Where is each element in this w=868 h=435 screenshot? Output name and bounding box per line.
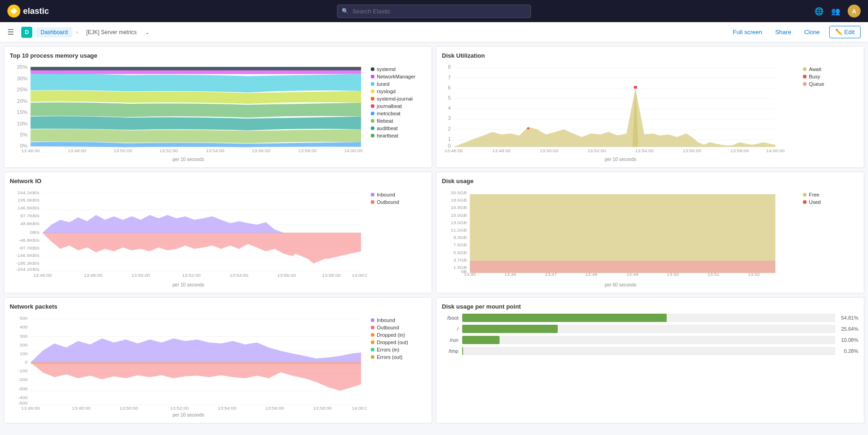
disk-utilization-title: Disk Utilization xyxy=(442,52,858,59)
svg-text:13:52:00: 13:52:00 xyxy=(159,149,178,153)
svg-text:13:58:00: 13:58:00 xyxy=(313,406,332,411)
svg-text:13:52:00: 13:52:00 xyxy=(182,273,200,278)
legend-dot-packets-inbound xyxy=(371,318,374,322)
disk-usage-panel: Disk usage 20.5GB 18.6GB 16.9GB 15.0GB 1… xyxy=(436,172,864,293)
legend-dot-metricbeat xyxy=(371,112,374,115)
svg-text:5.6GB: 5.6GB xyxy=(453,250,467,255)
legend-dot-busy xyxy=(803,75,807,78)
legend-queue: Queue xyxy=(803,81,858,87)
svg-text:25%: 25% xyxy=(17,87,28,92)
avatar[interactable]: A xyxy=(848,5,861,18)
dashboard-grid: Top 10 process memory usage 35% 30% 25% … xyxy=(0,42,868,427)
svg-text:100: 100 xyxy=(19,352,27,356)
svg-text:97.7KB/s: 97.7KB/s xyxy=(20,214,40,218)
mount-bar-run xyxy=(462,336,500,344)
svg-text:13:58:00: 13:58:00 xyxy=(322,273,341,278)
legend-errors-in: Errors (in) xyxy=(371,347,426,352)
users-icon[interactable]: 👥 xyxy=(831,7,840,16)
breadcrumb-dashboard[interactable]: Dashboard xyxy=(36,27,72,37)
svg-text:5: 5 xyxy=(448,95,451,101)
network-packets-legend: Inbound Outbound Dropped (in) Dropped (o… xyxy=(371,314,426,417)
legend-dot-outbound xyxy=(371,200,374,204)
svg-text:4: 4 xyxy=(448,106,451,111)
mount-pct-run: 10.08% xyxy=(839,337,858,343)
breadcrumb-server-metrics[interactable]: [EJK] Server metrics xyxy=(82,27,141,37)
svg-text:0%: 0% xyxy=(20,143,28,149)
svg-text:-400: -400 xyxy=(18,395,28,400)
process-memory-title: Top 10 process memory usage xyxy=(10,52,426,59)
svg-point-1 xyxy=(12,8,16,14)
network-io-title: Network IO xyxy=(10,178,426,185)
share-button[interactable]: Share xyxy=(772,27,795,37)
elastic-text: elastic xyxy=(23,6,49,16)
svg-text:30%: 30% xyxy=(17,76,28,81)
mount-bar-wrap-root xyxy=(462,325,835,333)
legend-dot-systemd-journal xyxy=(371,97,374,101)
svg-text:13:48:00: 13:48:00 xyxy=(84,273,102,278)
network-packets-title: Network packets xyxy=(10,303,426,310)
legend-dot-packets-outbound xyxy=(371,326,374,329)
svg-text:13:56:00: 13:56:00 xyxy=(277,273,296,278)
legend-packets-outbound: Outbound xyxy=(371,325,426,330)
svg-point-48 xyxy=(633,86,637,89)
svg-text:14:00:00: 14:00:00 xyxy=(352,273,367,278)
svg-text:13:45: 13:45 xyxy=(464,272,476,277)
disk-usage-legend: Free Used xyxy=(803,188,858,287)
svg-text:13:51: 13:51 xyxy=(707,272,719,277)
svg-text:-100: -100 xyxy=(18,369,28,373)
elastic-logo[interactable]: elastic xyxy=(7,5,49,18)
svg-text:9.3GB: 9.3GB xyxy=(453,235,467,240)
process-memory-legend: systemd NetworkManager tuned rsyslogd sy… xyxy=(371,63,426,162)
svg-point-47 xyxy=(527,127,529,129)
globe-icon[interactable]: 🌐 xyxy=(814,7,824,16)
mount-pct-root: 25.64% xyxy=(839,326,858,332)
svg-text:11.2GB: 11.2GB xyxy=(451,228,467,232)
svg-text:48.8KB/s: 48.8KB/s xyxy=(20,221,40,226)
legend-dot-rsyslogd xyxy=(371,89,374,93)
svg-text:13:50:00: 13:50:00 xyxy=(120,406,138,411)
search-bar-container: 🔍 xyxy=(337,5,531,18)
svg-text:500: 500 xyxy=(19,316,27,321)
svg-text:146.5KB/s: 146.5KB/s xyxy=(18,206,40,210)
legend-dot-used xyxy=(803,200,807,204)
search-input[interactable] xyxy=(337,5,531,18)
svg-text:13:56:00: 13:56:00 xyxy=(252,149,270,153)
legend-heartbeat: heartbeat xyxy=(371,133,426,138)
svg-rect-101 xyxy=(470,261,776,273)
svg-text:3: 3 xyxy=(448,116,451,121)
pencil-icon: ✏️ xyxy=(835,29,843,36)
svg-text:13:46: 13:46 xyxy=(504,272,516,277)
hamburger-menu[interactable]: ☰ xyxy=(7,28,14,36)
svg-text:13.0GB: 13.0GB xyxy=(451,220,467,225)
edit-button[interactable]: ✏️ Edit xyxy=(829,26,861,38)
process-memory-panel: Top 10 process memory usage 35% 30% 25% … xyxy=(4,46,432,168)
svg-text:13:54:00: 13:54:00 xyxy=(230,273,248,278)
clone-button[interactable]: Clone xyxy=(801,27,824,37)
svg-rect-102 xyxy=(470,194,776,261)
legend-dot-free xyxy=(803,193,807,197)
svg-text:-97.7KB/s: -97.7KB/s xyxy=(18,246,40,250)
svg-text:400: 400 xyxy=(19,325,27,329)
network-io-chart: 244.1KB/s 195.3KB/s 146.5KB/s 97.7KB/s 4… xyxy=(10,188,367,287)
svg-text:13:50:00: 13:50:00 xyxy=(540,149,558,153)
disk-utilization-chart: 8 7 6 5 4 3 2 1 0 xyxy=(442,63,799,162)
svg-text:-300: -300 xyxy=(18,387,28,391)
legend-dot-queue xyxy=(803,82,807,86)
full-screen-button[interactable]: Full screen xyxy=(729,27,766,37)
breadcrumb-chevron-icon[interactable]: ⌄ xyxy=(145,29,150,36)
process-memory-chart: 35% 30% 25% 20% 15% 10% 5% 0% xyxy=(10,63,367,162)
legend-dot-systemd xyxy=(371,67,374,71)
svg-text:5%: 5% xyxy=(20,132,28,137)
legend-free: Free xyxy=(803,192,858,197)
svg-text:13:52: 13:52 xyxy=(748,272,760,277)
legend-dot-errors-in xyxy=(371,348,374,352)
svg-text:20.5GB: 20.5GB xyxy=(451,191,467,195)
svg-text:13:58:00: 13:58:00 xyxy=(298,149,317,153)
svg-text:244.1KB/s: 244.1KB/s xyxy=(18,191,40,195)
legend-inbound: Inbound xyxy=(371,192,426,197)
svg-text:1: 1 xyxy=(448,137,451,142)
svg-text:13:46:00: 13:46:00 xyxy=(21,149,40,153)
svg-marker-18 xyxy=(30,67,361,71)
elastic-logo-icon xyxy=(7,5,20,18)
legend-dot-networkmanager xyxy=(371,75,374,78)
